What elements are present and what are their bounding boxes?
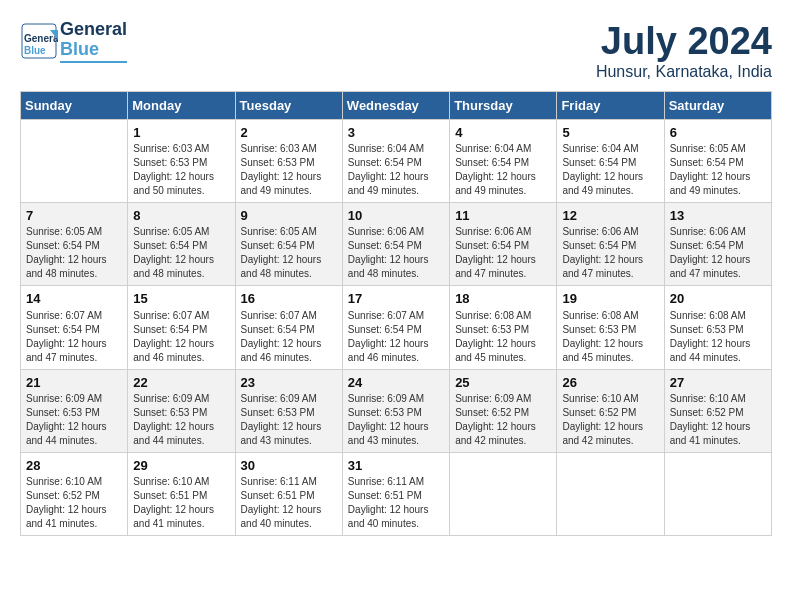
day-info-line: Sunrise: 6:08 AM: [670, 309, 766, 323]
calendar-cell: [450, 452, 557, 535]
svg-text:General: General: [24, 33, 58, 44]
day-info-line: and 49 minutes.: [348, 184, 444, 198]
day-info-line: Sunrise: 6:09 AM: [455, 392, 551, 406]
calendar-cell: 10Sunrise: 6:06 AMSunset: 6:54 PMDayligh…: [342, 203, 449, 286]
day-info-line: Sunset: 6:54 PM: [26, 239, 122, 253]
calendar-cell: 22Sunrise: 6:09 AMSunset: 6:53 PMDayligh…: [128, 369, 235, 452]
day-number: 6: [670, 124, 766, 142]
day-info-line: Sunset: 6:51 PM: [133, 489, 229, 503]
header-friday: Friday: [557, 92, 664, 120]
day-info-line: and 44 minutes.: [670, 351, 766, 365]
day-number: 14: [26, 290, 122, 308]
day-number: 29: [133, 457, 229, 475]
day-info-line: Sunrise: 6:05 AM: [26, 225, 122, 239]
day-info-line: Sunset: 6:53 PM: [133, 406, 229, 420]
day-info-line: and 44 minutes.: [133, 434, 229, 448]
day-number: 22: [133, 374, 229, 392]
day-info-line: Sunrise: 6:10 AM: [670, 392, 766, 406]
day-number: 18: [455, 290, 551, 308]
calendar-cell: 30Sunrise: 6:11 AMSunset: 6:51 PMDayligh…: [235, 452, 342, 535]
day-info-line: Sunset: 6:53 PM: [670, 323, 766, 337]
day-number: 25: [455, 374, 551, 392]
day-info-line: Daylight: 12 hours: [241, 420, 337, 434]
day-info-line: Daylight: 12 hours: [455, 337, 551, 351]
logo-general: General: [60, 20, 127, 40]
calendar-cell: 1Sunrise: 6:03 AMSunset: 6:53 PMDaylight…: [128, 120, 235, 203]
day-info-line: Daylight: 12 hours: [241, 253, 337, 267]
day-info-line: Sunrise: 6:06 AM: [348, 225, 444, 239]
day-info-line: and 42 minutes.: [455, 434, 551, 448]
day-info-line: Sunset: 6:51 PM: [348, 489, 444, 503]
day-info-line: Daylight: 12 hours: [455, 170, 551, 184]
day-info-line: Sunset: 6:53 PM: [562, 323, 658, 337]
day-info-line: Sunrise: 6:04 AM: [562, 142, 658, 156]
day-number: 20: [670, 290, 766, 308]
day-info-line: Sunset: 6:51 PM: [241, 489, 337, 503]
calendar-cell: 23Sunrise: 6:09 AMSunset: 6:53 PMDayligh…: [235, 369, 342, 452]
day-info-line: Sunset: 6:54 PM: [348, 239, 444, 253]
day-info-line: Sunrise: 6:04 AM: [455, 142, 551, 156]
day-info-line: Sunset: 6:53 PM: [455, 323, 551, 337]
day-info-line: Sunset: 6:54 PM: [562, 156, 658, 170]
day-info-line: Daylight: 12 hours: [133, 337, 229, 351]
day-info-line: Sunrise: 6:05 AM: [670, 142, 766, 156]
location-subtitle: Hunsur, Karnataka, India: [596, 63, 772, 81]
day-number: 5: [562, 124, 658, 142]
day-info-line: Sunrise: 6:09 AM: [241, 392, 337, 406]
day-info-line: and 47 minutes.: [562, 267, 658, 281]
calendar-week-row: 7Sunrise: 6:05 AMSunset: 6:54 PMDaylight…: [21, 203, 772, 286]
day-info-line: Sunrise: 6:05 AM: [133, 225, 229, 239]
month-year-title: July 2024: [596, 20, 772, 63]
day-info-line: Sunset: 6:54 PM: [455, 156, 551, 170]
day-info-line: Sunrise: 6:08 AM: [455, 309, 551, 323]
day-info-line: and 47 minutes.: [670, 267, 766, 281]
calendar-cell: 31Sunrise: 6:11 AMSunset: 6:51 PMDayligh…: [342, 452, 449, 535]
day-info-line: Daylight: 12 hours: [241, 337, 337, 351]
calendar-cell: 26Sunrise: 6:10 AMSunset: 6:52 PMDayligh…: [557, 369, 664, 452]
day-number: 17: [348, 290, 444, 308]
header-tuesday: Tuesday: [235, 92, 342, 120]
day-number: 28: [26, 457, 122, 475]
day-number: 9: [241, 207, 337, 225]
day-info-line: and 41 minutes.: [670, 434, 766, 448]
day-info-line: Sunrise: 6:03 AM: [241, 142, 337, 156]
day-info-line: and 40 minutes.: [348, 517, 444, 531]
day-info-line: Daylight: 12 hours: [348, 170, 444, 184]
day-info-line: Sunrise: 6:07 AM: [348, 309, 444, 323]
day-number: 7: [26, 207, 122, 225]
calendar-cell: 18Sunrise: 6:08 AMSunset: 6:53 PMDayligh…: [450, 286, 557, 369]
day-info-line: and 46 minutes.: [348, 351, 444, 365]
day-number: 13: [670, 207, 766, 225]
day-info-line: and 47 minutes.: [26, 351, 122, 365]
day-info-line: Daylight: 12 hours: [26, 503, 122, 517]
day-info-line: Sunrise: 6:04 AM: [348, 142, 444, 156]
day-number: 30: [241, 457, 337, 475]
calendar-cell: 19Sunrise: 6:08 AMSunset: 6:53 PMDayligh…: [557, 286, 664, 369]
day-number: 16: [241, 290, 337, 308]
day-info-line: Sunrise: 6:06 AM: [670, 225, 766, 239]
day-info-line: Daylight: 12 hours: [348, 337, 444, 351]
day-info-line: and 49 minutes.: [670, 184, 766, 198]
day-info-line: Daylight: 12 hours: [133, 170, 229, 184]
logo-blue: Blue: [60, 40, 127, 60]
calendar-cell: 9Sunrise: 6:05 AMSunset: 6:54 PMDaylight…: [235, 203, 342, 286]
day-info-line: and 45 minutes.: [562, 351, 658, 365]
day-info-line: and 40 minutes.: [241, 517, 337, 531]
day-number: 26: [562, 374, 658, 392]
day-info-line: Sunrise: 6:10 AM: [562, 392, 658, 406]
calendar-cell: 6Sunrise: 6:05 AMSunset: 6:54 PMDaylight…: [664, 120, 771, 203]
day-info-line: and 43 minutes.: [241, 434, 337, 448]
day-info-line: Sunset: 6:54 PM: [26, 323, 122, 337]
day-info-line: and 48 minutes.: [133, 267, 229, 281]
day-info-line: Sunset: 6:54 PM: [133, 239, 229, 253]
day-number: 27: [670, 374, 766, 392]
day-info-line: and 41 minutes.: [133, 517, 229, 531]
day-number: 24: [348, 374, 444, 392]
day-info-line: Sunset: 6:53 PM: [26, 406, 122, 420]
day-info-line: Daylight: 12 hours: [133, 253, 229, 267]
calendar-cell: 8Sunrise: 6:05 AMSunset: 6:54 PMDaylight…: [128, 203, 235, 286]
calendar-cell: 24Sunrise: 6:09 AMSunset: 6:53 PMDayligh…: [342, 369, 449, 452]
day-info-line: Sunset: 6:54 PM: [241, 239, 337, 253]
day-info-line: Sunset: 6:54 PM: [133, 323, 229, 337]
day-info-line: Daylight: 12 hours: [133, 503, 229, 517]
